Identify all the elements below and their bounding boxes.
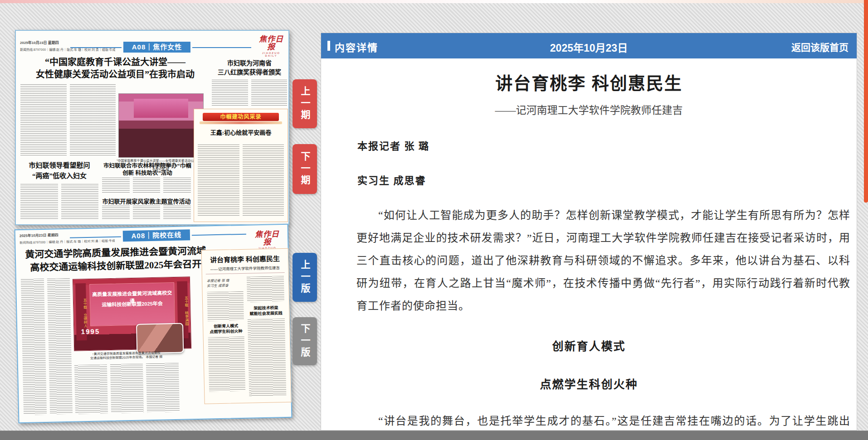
newspaper-page-thumbnail-2[interactable]: 2025年10月23日 星期四 新闻热线:8797000｜编辑:赵 丹｜版式:车…: [15, 224, 293, 424]
next-issue-button[interactable]: 下一期: [293, 144, 317, 194]
stage-screen: [134, 99, 188, 118]
text-filler: [20, 184, 58, 220]
window-top-frame: [0, 0, 868, 3]
stage-screen: 高质量发展推进会暨黄河流域高校交通 运输科技创新联盟2025年会: [89, 282, 175, 326]
text-filler: [146, 363, 180, 412]
text-filler: [133, 206, 161, 220]
detail-header-date: 2025年10月23日: [550, 39, 628, 55]
text-filler: [247, 276, 284, 302]
page1-photo: [118, 93, 204, 158]
text-filler: [47, 278, 73, 415]
window-bottom-bar: [0, 430, 868, 440]
section-rule-right: [192, 234, 246, 236]
masthead-name: 焦作日报: [255, 35, 287, 51]
detail-header-bar: 内容详情 2025年10月23日 返回该版首页: [321, 33, 857, 58]
text-filler: [198, 145, 239, 217]
article-byline-reporter: 本报记者 张 璐: [321, 138, 857, 152]
section-rule-left: [70, 47, 122, 48]
page2-inset-photo: [136, 323, 184, 354]
divider: [206, 272, 285, 275]
text-filler: [21, 278, 73, 415]
text-filler: [102, 206, 191, 220]
text-filler: [207, 291, 244, 321]
selected-article-subhead-2: 架起技术桥梁 赋能社会发展实践: [247, 302, 286, 396]
text-filler: [163, 178, 191, 194]
article-paragraph-2: “讲台是我的舞台，也是托举学生成才的基石。”这是任建吉常挂在嘴边的话。为了让学生…: [321, 410, 857, 430]
text-filler: [163, 206, 191, 220]
page2-section-label: A08｜院校在线: [123, 229, 190, 242]
text-filler: [212, 80, 248, 106]
article-section-heading-2: 点燃学生科创火种: [321, 375, 857, 392]
text-filler: [251, 80, 288, 106]
page2-date-line: 2025年10月23日 星期四: [20, 232, 59, 238]
text-filler: [198, 145, 284, 217]
text-filler: [102, 206, 130, 220]
banner-ribbon: [200, 121, 282, 124]
masthead-name: 焦作日报: [251, 230, 283, 246]
next-page-button[interactable]: 下一版: [293, 317, 317, 365]
text-filler: [20, 84, 116, 157]
text-filler: [212, 80, 287, 106]
text-filler: [20, 84, 67, 157]
selected-article-byline: 本报记者 张 璐 实习生 成思睿: [207, 278, 243, 289]
section-rule-right: [192, 47, 251, 48]
page2-selected-article-box[interactable]: 讲台育桃李 科创惠民生 ——记河南理工大学软件学院教师任建吉 本报记者 张 璐 …: [201, 248, 292, 404]
window-accent-strip: [864, 0, 868, 203]
text-filler: [133, 178, 161, 194]
article-section-heading-1: 创新育人模式: [321, 337, 857, 353]
text-filler: [61, 184, 99, 220]
article-detail-panel: 内容详情 2025年10月23日 返回该版首页 讲台育桃李 科创惠民生 ——记河…: [321, 33, 857, 430]
text-filler: [74, 364, 108, 414]
prev-issue-button[interactable]: 上一期: [293, 79, 317, 128]
text-filler: [70, 84, 116, 157]
article-paragraph-1: “如何让人工智能成为更多人的助手？怎样创新课堂教学模式，才能让学生有所思有所为？…: [321, 204, 857, 317]
page1-headline-liangai[interactable]: 市妇联领导看望慰问 “两癌”低收入妇女: [20, 160, 98, 181]
masthead-name-en: JIAOZUO DAILY: [255, 52, 287, 57]
page1-headline-agri[interactable]: 市妇联联合市农林科学院举办“巾帼创新 科技助农”活动: [102, 162, 193, 177]
photo-banner-line2: 运输科技创新联盟2025年会: [90, 299, 174, 308]
article-byline-intern: 实习生 成思睿: [321, 172, 857, 187]
article-title: 讲台育桃李 科创惠民生: [321, 69, 857, 94]
newspaper-page-thumbnail-1[interactable]: 2025年10月23日 星期四 新闻热线:8797000｜编辑:赵 丹｜版式:车…: [15, 30, 289, 225]
selected-article-title[interactable]: 讲台育桃李 科创惠民生: [202, 253, 288, 265]
back-to-page-link[interactable]: 返回该版首页: [791, 40, 848, 53]
selected-article-subhead-1: 创新育人模式 点燃学生科创火种: [207, 291, 246, 392]
text-filler: [110, 364, 144, 413]
page1-right-headline[interactable]: 市妇联为河南省 三八红旗奖获得者颁奖: [212, 59, 287, 77]
epaper-reader-window: 2025年10月23日 星期四 新闻热线:8797000｜编辑:赵 丹｜版式:车…: [0, 0, 868, 440]
page2-photo-caption: ↑黄河交通学院高质量发展推进会暨黄河流域高校 交通运输科技创新联盟2025年会现…: [74, 350, 178, 361]
text-filler: [243, 145, 284, 217]
selected-article-subtitle: ——记河南理工大学软件学院教师任建吉: [202, 265, 288, 272]
text-filler: [102, 178, 191, 194]
page1-main-headline[interactable]: “中国家庭教育千课公益大讲堂—— 女性健康关爱活动公益项目”在我市启动: [18, 56, 213, 81]
text-filler: [248, 319, 287, 396]
article-subtitle: ——记河南理工大学软件学院教师任建吉: [321, 102, 857, 117]
text-filler: [102, 178, 130, 194]
page1-article-box-wangxin[interactable]: 巾帼建功风采录 王鑫:初心绘就平安画卷: [194, 109, 288, 222]
page1-date-line: 2025年10月23日 星期四: [20, 40, 59, 45]
text-filler: [208, 337, 245, 392]
page2-info-line: 新闻热线:8797000｜编辑:赵 丹｜版式:车 璐｜校对:刘 勇｜组版:牛成文: [20, 238, 115, 245]
headline-wangxin[interactable]: 王鑫:初心绘就平安画卷: [194, 128, 288, 136]
detail-header-title: 内容详情: [335, 39, 378, 54]
text-filler: [74, 363, 180, 414]
header-marker-icon: [327, 41, 330, 51]
text-filler: [21, 279, 47, 415]
year-1995: 1995: [81, 327, 100, 335]
text-filler: [20, 184, 98, 220]
banner-jinguo: 巾帼建功风采录: [203, 113, 279, 121]
prev-page-button[interactable]: 上一版: [293, 253, 317, 302]
page1-headline-family[interactable]: 市妇联开展家风家教主题宣传活动: [100, 197, 193, 205]
page1-section-label: A08｜焦作女性: [123, 42, 190, 53]
masthead-logo: 焦作日报 JIAOZUO DAILY: [255, 35, 287, 57]
page2-main-headline[interactable]: 黄河交通学院高质量发展推进会暨黄河流域 高校交通运输科技创新联盟2025年会召开: [24, 245, 206, 275]
